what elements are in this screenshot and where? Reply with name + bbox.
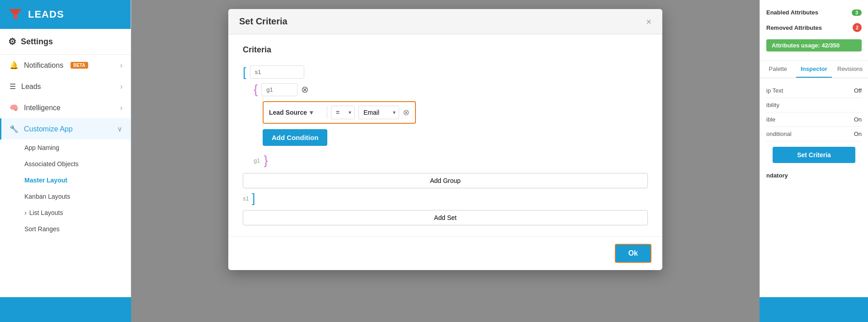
inspector-row-ible: ible On bbox=[766, 112, 862, 127]
wrench-icon: 🔧 bbox=[9, 125, 19, 133]
sidebar-sub-associated-objects[interactable]: Associated Objects bbox=[16, 156, 131, 172]
chevron-down-icon: ∨ bbox=[117, 125, 123, 133]
inspector-content: ip Text Off ibility ible On onditional O… bbox=[760, 78, 868, 322]
condition-box: Lead Source ▾ = != bbox=[263, 101, 416, 124]
set-close-bracket: ] bbox=[252, 192, 255, 205]
set-open-bracket: [ bbox=[243, 66, 246, 79]
enabled-attributes-count: 3 bbox=[852, 9, 862, 16]
removed-attributes-row: Removed Attributes 2 bbox=[766, 19, 862, 36]
tab-palette[interactable]: Palette bbox=[760, 61, 796, 78]
set-criteria-button[interactable]: Set Criteria bbox=[773, 147, 855, 163]
svg-marker-1 bbox=[9, 9, 22, 14]
operator-select-wrapper: = != > < bbox=[331, 106, 355, 119]
condition-field-button[interactable]: Lead Source ▾ bbox=[269, 109, 323, 116]
sidebar-sub-list-layouts[interactable]: › List Layouts bbox=[16, 205, 131, 221]
sidebar-sub-master-layout[interactable]: Master Layout bbox=[16, 172, 131, 188]
ip-text-label: ip Text bbox=[766, 87, 783, 94]
list-layouts-label: List Layouts bbox=[29, 209, 63, 216]
sidebar-item-leads[interactable]: ☰ Leads › bbox=[0, 76, 131, 97]
customize-sub-items: App Naming Associated Objects Master Lay… bbox=[0, 140, 131, 237]
condition-separator bbox=[327, 106, 327, 119]
modal-close-button[interactable]: × bbox=[646, 17, 651, 26]
group-remove-button[interactable]: ⊗ bbox=[301, 84, 309, 95]
remove-circle-icon: ⊗ bbox=[301, 84, 309, 94]
add-condition-button[interactable]: Add Condition bbox=[263, 129, 327, 146]
modal-body: Criteria [ { bbox=[228, 34, 662, 236]
set-close-row: s1 ] bbox=[243, 192, 648, 205]
ible-label: ible bbox=[766, 116, 775, 123]
group-close-brace: } bbox=[264, 153, 268, 168]
main-content: Set Criteria × Criteria [ bbox=[131, 0, 760, 322]
app-title: LEADS bbox=[28, 9, 64, 20]
group-open-brace: { bbox=[254, 82, 258, 97]
condition-row: Lead Source ▾ = != bbox=[263, 101, 648, 124]
group-label-close: g1 bbox=[254, 157, 260, 164]
attributes-usage: Attributes usage: 42/350 bbox=[766, 39, 862, 51]
set-criteria-modal: Set Criteria × Criteria [ bbox=[228, 9, 662, 270]
sidebar-item-customize[interactable]: 🔧 Customize App ∨ bbox=[0, 118, 131, 140]
enabled-attributes-label: Enabled Attributes bbox=[766, 9, 818, 16]
sidebar-sub-kanban-layouts[interactable]: Kanban Layouts bbox=[16, 188, 131, 205]
set-label-close: s1 bbox=[243, 195, 249, 202]
removed-attributes-label: Removed Attributes bbox=[766, 24, 822, 31]
operator-select[interactable]: = != > < bbox=[331, 106, 355, 119]
sidebar-item-notifications[interactable]: 🔔 Notifications BETA › bbox=[0, 55, 131, 76]
right-panel-tabs: Palette Inspector Revisions bbox=[760, 61, 868, 78]
value-select[interactable]: Email Web Phone Referral Other bbox=[359, 106, 399, 119]
ok-button[interactable]: Ok bbox=[615, 244, 651, 263]
modal-title: Set Criteria bbox=[239, 16, 288, 27]
sidebar-item-intelligence[interactable]: 🧠 Intelligence › bbox=[0, 97, 131, 118]
onditional-value: On bbox=[854, 131, 862, 137]
add-set-button[interactable]: Add Set bbox=[243, 210, 648, 225]
tab-revisions[interactable]: Revisions bbox=[832, 61, 868, 78]
ibility-label: ibility bbox=[766, 102, 779, 108]
mandatory-section-title: ndatory bbox=[766, 168, 862, 182]
condition-field-label: Lead Source bbox=[269, 109, 307, 116]
dropdown-arrow-icon: ▾ bbox=[310, 109, 313, 116]
modal-overlay: Set Criteria × Criteria [ bbox=[131, 0, 760, 322]
onditional-label: onditional bbox=[766, 131, 792, 137]
criteria-set: [ { ⊗ bbox=[243, 65, 648, 225]
tab-inspector[interactable]: Inspector bbox=[796, 61, 832, 78]
sidebar-sub-app-naming[interactable]: App Naming bbox=[16, 140, 131, 156]
right-panel-top: Enabled Attributes 3 Removed Attributes … bbox=[760, 0, 868, 61]
settings-section: ⚙ Settings bbox=[0, 29, 131, 55]
add-group-button[interactable]: Add Group bbox=[243, 173, 648, 188]
settings-label: Settings bbox=[21, 37, 53, 47]
right-panel: Enabled Attributes 3 Removed Attributes … bbox=[760, 0, 868, 322]
group-open-row: { ⊗ bbox=[254, 82, 648, 97]
sidebar-item-label: Notifications bbox=[24, 61, 63, 70]
inspector-row-ibility: ibility bbox=[766, 98, 862, 112]
arrow-icon: › bbox=[24, 209, 27, 216]
condition-remove-button[interactable]: ⊗ bbox=[403, 107, 410, 117]
sidebar-sub-sort-ranges[interactable]: Sort Ranges bbox=[16, 221, 131, 237]
enabled-attributes-row: Enabled Attributes 3 bbox=[766, 5, 862, 19]
modal-header: Set Criteria × bbox=[228, 9, 662, 34]
value-select-wrapper: Email Web Phone Referral Other bbox=[359, 106, 399, 119]
beta-badge: BETA bbox=[71, 62, 88, 69]
group-name-input[interactable] bbox=[261, 83, 297, 96]
inspector-row-ip-text: ip Text Off bbox=[766, 84, 862, 98]
sidebar-nav: 🔔 Notifications BETA › ☰ Leads › 🧠 Intel… bbox=[0, 55, 131, 237]
chevron-right-icon: › bbox=[120, 61, 123, 70]
group-close-row: g1 } bbox=[254, 153, 648, 168]
criteria-group: { ⊗ Lead S bbox=[254, 79, 648, 168]
bell-icon: 🔔 bbox=[9, 61, 19, 70]
logo-icon bbox=[7, 6, 24, 23]
inspector-row-onditional: onditional On bbox=[766, 127, 862, 141]
sidebar-item-label: Leads bbox=[21, 83, 41, 91]
set-open-row: [ bbox=[243, 65, 648, 79]
sidebar-item-label: Intelligence bbox=[24, 104, 61, 112]
brain-icon: 🧠 bbox=[9, 103, 19, 112]
ip-text-value: Off bbox=[854, 87, 862, 94]
remove-icon: ⊗ bbox=[403, 108, 410, 117]
gear-icon: ⚙ bbox=[8, 36, 16, 47]
modal-footer: Ok bbox=[228, 236, 662, 270]
criteria-title: Criteria bbox=[243, 45, 648, 55]
table-icon: ☰ bbox=[9, 82, 16, 91]
sidebar-item-label: Customize App bbox=[24, 125, 73, 133]
set-name-input[interactable] bbox=[250, 65, 304, 79]
ible-value: On bbox=[854, 116, 862, 123]
sidebar-header: LEADS bbox=[0, 0, 131, 29]
chevron-right-icon: › bbox=[120, 83, 123, 91]
